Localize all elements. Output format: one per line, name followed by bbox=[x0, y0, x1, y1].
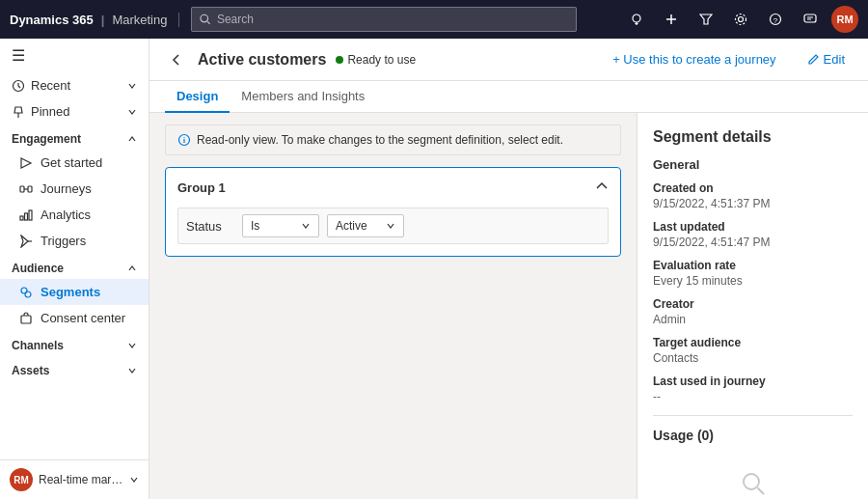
page-header: Active customers Ready to use + Use this… bbox=[149, 39, 868, 81]
sidebar-item-triggers[interactable]: Triggers bbox=[0, 228, 149, 254]
brand-dynamics: Dynamics 365 bbox=[10, 13, 94, 27]
chat-icon[interactable] bbox=[797, 6, 824, 33]
sidebar-item-get-started[interactable]: Get started bbox=[0, 150, 149, 176]
svg-point-2 bbox=[633, 14, 640, 22]
edit-icon bbox=[807, 53, 820, 66]
main-layout: ☰ Recent Pinned Engagement Get started bbox=[0, 39, 868, 499]
status-badge: Ready to use bbox=[336, 53, 416, 67]
target-audience-value: Contacts bbox=[653, 351, 853, 365]
chevron-down-icon-value bbox=[386, 221, 395, 231]
sidebar-item-analytics[interactable]: Analytics bbox=[0, 202, 149, 228]
top-nav-icons: ? RM bbox=[623, 6, 858, 33]
svg-marker-17 bbox=[14, 107, 22, 113]
segment-details-panel: Segment details General Created on 9/15/… bbox=[637, 113, 868, 499]
settings-icon[interactable] bbox=[727, 6, 754, 33]
info-icon bbox=[177, 133, 191, 147]
general-section-title: General bbox=[653, 157, 853, 172]
brand-module: Marketing bbox=[112, 13, 167, 27]
app-brand: Dynamics 365 | Marketing bbox=[10, 13, 179, 27]
target-audience-item: Target audience Contacts bbox=[653, 336, 853, 365]
svg-marker-18 bbox=[21, 158, 31, 168]
sidebar-bottom-workspace[interactable]: RM Real-time marketi... bbox=[0, 459, 149, 499]
sidebar: ☰ Recent Pinned Engagement Get started bbox=[0, 39, 149, 499]
condition-value-text: Active bbox=[336, 219, 367, 233]
edit-button[interactable]: Edit bbox=[800, 48, 853, 70]
back-button[interactable] bbox=[165, 48, 188, 71]
group-collapse-button[interactable] bbox=[595, 180, 609, 196]
created-on-label: Created on bbox=[653, 181, 853, 195]
svg-point-8 bbox=[739, 17, 744, 22]
info-bar-text: Read-only view. To make changes to the s… bbox=[197, 133, 563, 147]
recent-label: Recent bbox=[31, 78, 70, 93]
tab-design[interactable]: Design bbox=[165, 81, 230, 113]
chevron-down-icon-workspace bbox=[129, 475, 139, 485]
sidebar-item-consent-center[interactable]: Consent center bbox=[0, 305, 149, 331]
sidebar-item-recent[interactable]: Recent bbox=[0, 72, 149, 98]
svg-point-33 bbox=[744, 474, 759, 489]
condition-operator-select[interactable]: Is bbox=[242, 214, 319, 237]
journeys-icon bbox=[19, 182, 33, 196]
filter-icon[interactable] bbox=[692, 6, 719, 33]
svg-point-28 bbox=[25, 291, 31, 297]
target-audience-label: Target audience bbox=[653, 336, 853, 349]
last-updated-label: Last updated bbox=[653, 220, 853, 234]
pinned-label: Pinned bbox=[31, 104, 69, 119]
svg-marker-7 bbox=[700, 14, 712, 24]
svg-line-1 bbox=[208, 21, 210, 23]
group-title: Group 1 bbox=[177, 180, 226, 195]
help-icon[interactable]: ? bbox=[762, 6, 789, 33]
page-header-right: + Use this to create a journey Edit bbox=[605, 48, 853, 70]
lightbulb-icon[interactable] bbox=[623, 6, 650, 33]
created-on-value: 9/15/2022, 4:51:37 PM bbox=[653, 197, 853, 210]
usage-empty-state: This segment has not been used in journe… bbox=[653, 455, 853, 499]
left-panel: Read-only view. To make changes to the s… bbox=[149, 113, 637, 499]
info-bar: Read-only view. To make changes to the s… bbox=[165, 125, 621, 155]
tabs-bar: Design Members and Insights bbox=[149, 81, 868, 113]
creator-label: Creator bbox=[653, 297, 853, 311]
last-used-item: Last used in journey -- bbox=[653, 374, 853, 403]
svg-line-34 bbox=[757, 488, 764, 495]
condition-value-select[interactable]: Active bbox=[327, 214, 404, 237]
sidebar-item-journeys[interactable]: Journeys bbox=[0, 176, 149, 202]
get-started-label: Get started bbox=[41, 155, 102, 170]
sidebar-item-pinned[interactable]: Pinned bbox=[0, 98, 149, 125]
group-header: Group 1 bbox=[177, 180, 609, 196]
sidebar-item-segments[interactable]: Segments bbox=[0, 279, 149, 305]
group-card: Group 1 Status Is Active bbox=[165, 167, 621, 257]
channels-group-label: Channels bbox=[0, 331, 149, 356]
journeys-label: Journeys bbox=[41, 181, 92, 196]
assets-group-label: Assets bbox=[0, 356, 149, 381]
audience-group-label: Audience bbox=[0, 254, 149, 279]
triggers-label: Triggers bbox=[41, 234, 86, 248]
page-title: Active customers bbox=[198, 51, 326, 69]
workspace-label: Real-time marketi... bbox=[39, 473, 123, 486]
condition-operator-value: Is bbox=[251, 219, 259, 233]
svg-rect-19 bbox=[20, 186, 24, 192]
consent-center-label: Consent center bbox=[41, 311, 125, 325]
chevron-down-icon-operator bbox=[301, 221, 311, 231]
svg-rect-22 bbox=[20, 216, 23, 220]
svg-marker-25 bbox=[21, 236, 28, 247]
segment-details-title: Segment details bbox=[653, 128, 853, 146]
hamburger-menu[interactable]: ☰ bbox=[0, 39, 149, 72]
plus-icon[interactable] bbox=[658, 6, 685, 33]
creator-value: Admin bbox=[653, 313, 853, 326]
chevron-down-icon-pinned bbox=[127, 107, 137, 117]
svg-rect-24 bbox=[29, 210, 32, 220]
last-used-label: Last used in journey bbox=[653, 374, 853, 388]
tab-members-insights[interactable]: Members and Insights bbox=[230, 81, 376, 113]
evaluation-rate-label: Evaluation rate bbox=[653, 259, 853, 272]
chevron-down-icon-channels bbox=[127, 341, 137, 350]
analytics-icon bbox=[19, 208, 33, 222]
search-input[interactable] bbox=[217, 13, 569, 26]
search-box[interactable] bbox=[191, 7, 577, 32]
use-journey-button[interactable]: + Use this to create a journey bbox=[605, 48, 783, 70]
evaluation-rate-item: Evaluation rate Every 15 minutes bbox=[653, 259, 853, 288]
last-used-value: -- bbox=[653, 390, 853, 403]
pin-icon bbox=[12, 105, 25, 119]
chevron-down-icon bbox=[127, 81, 137, 91]
creator-item: Creator Admin bbox=[653, 297, 853, 326]
page-header-left: Active customers Ready to use bbox=[165, 48, 416, 71]
consent-icon bbox=[19, 312, 33, 325]
user-avatar[interactable]: RM bbox=[831, 6, 858, 33]
